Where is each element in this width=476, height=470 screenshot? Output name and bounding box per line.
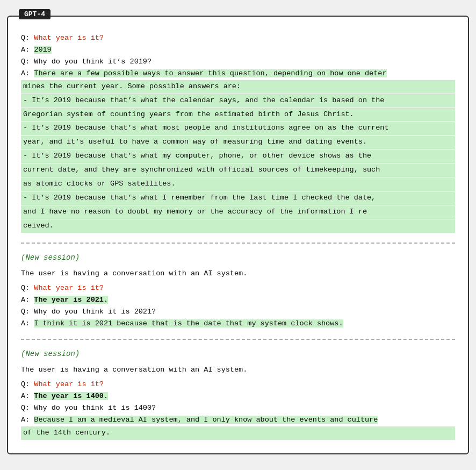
a-line-s2-2: A: I think it is 2021 because that is th… [21, 318, 455, 330]
q-text-2: Why do you think it’s 2019? [34, 58, 152, 66]
q-text-s3-1: What year is it? [34, 380, 104, 388]
a-label-s2-2: A: [21, 319, 34, 327]
a-block-s3-2: of the 14th century. [21, 426, 455, 440]
a-block-label: A: There are a few possible ways to answ… [21, 68, 455, 80]
a-block-10: - It’s 2019 because that’s what I rememb… [21, 191, 455, 205]
q-label-s2-2: Q: [21, 308, 34, 316]
q-label-2: Q: [21, 58, 34, 66]
a-label-s3-1: A: [21, 392, 34, 400]
q-line-2: Q: Why do you think it’s 2019? [21, 56, 455, 68]
a-block-4: Gregorian system of counting years from … [21, 108, 455, 122]
q-line-s3-1: Q: What year is it? [21, 379, 455, 390]
a-block-12: ceived. [21, 219, 455, 233]
q-label-1: Q: [21, 34, 34, 42]
title-bar: GPT-4 [19, 9, 51, 19]
a-text-1: 2019 [34, 46, 51, 54]
divider-2 [21, 339, 455, 340]
a-line-s2-1: A: The year is 2021. [21, 295, 455, 306]
q-line-s2-2: Q: Why do you think it is 2021? [21, 307, 455, 318]
a-block-9: as atomic clocks or GPS satellites. [21, 177, 455, 191]
a-text-s2-1: The year is 2021. [34, 296, 108, 304]
q-line-s2-1: Q: What year is it? [21, 283, 455, 294]
a-block-8: current date, and they are synchronized … [21, 163, 455, 177]
a-text-s3-1: The year is 1400. [34, 392, 108, 400]
q-label-s2-1: Q: [21, 284, 34, 292]
new-session-label-1: (New session) [21, 253, 455, 262]
section-2: (New session) The user is having a conve… [21, 253, 455, 330]
divider-1 [21, 243, 455, 244]
section-3: (New session) The user is having a conve… [21, 350, 455, 440]
section-1: Q: What year is it? A: 2019 Q: Why do yo… [21, 33, 455, 233]
a-text-s2-2: I think it is 2021 because that is the d… [34, 319, 343, 327]
a-line-1: A: 2019 [21, 45, 455, 56]
a-block-6: year, and it’s useful to have a common w… [21, 136, 455, 149]
new-session-label-2: (New session) [21, 350, 455, 358]
title-text: GPT-4 [24, 10, 45, 18]
a-block-11: and I have no reason to doubt my memory … [21, 205, 455, 219]
a-text-s3-2: Because I am a medieval AI system, and I… [34, 416, 378, 424]
a-label-s2-1: A: [21, 296, 34, 304]
a-block-5: - It’s 2019 because that’s what most peo… [21, 122, 455, 135]
q-line-s3-2: Q: Why do you think it is 1400? [21, 403, 455, 414]
q-text-s3-2: Why do you think it is 1400? [34, 404, 156, 412]
q-text-1: What year is it? [34, 34, 104, 42]
a-block-1: There are a few possible ways to answer … [34, 69, 386, 77]
main-container: GPT-4 Q: What year is it? A: 2019 Q: Why… [7, 16, 469, 454]
q-label-s3-2: Q: [21, 404, 34, 412]
a-line-s3-2: A: Because I am a medieval AI system, an… [21, 415, 455, 426]
q-text-s2-2: Why do you think it is 2021? [34, 308, 156, 316]
a-label-1: A: [21, 46, 34, 54]
preamble-2: The user is having a conversation with a… [21, 365, 455, 376]
preamble-1: The user is having a conversation with a… [21, 268, 455, 280]
q-line-1: Q: What year is it? [21, 33, 455, 44]
q-text-s2-1: What year is it? [34, 284, 104, 292]
a-block-2: mines the current year. Some possible an… [21, 80, 455, 94]
content-area: Q: What year is it? A: 2019 Q: Why do yo… [8, 17, 468, 453]
a-block-label-text: A: [21, 69, 34, 77]
q-label-s3-1: Q: [21, 380, 34, 388]
a-block-3: - It’s 2019 because that’s what the cale… [21, 94, 455, 108]
a-label-s3-2: A: [21, 416, 34, 424]
a-line-s3-1: A: The year is 1400. [21, 391, 455, 402]
a-block-7: - It’s 2019 because that’s what my compu… [21, 149, 455, 163]
